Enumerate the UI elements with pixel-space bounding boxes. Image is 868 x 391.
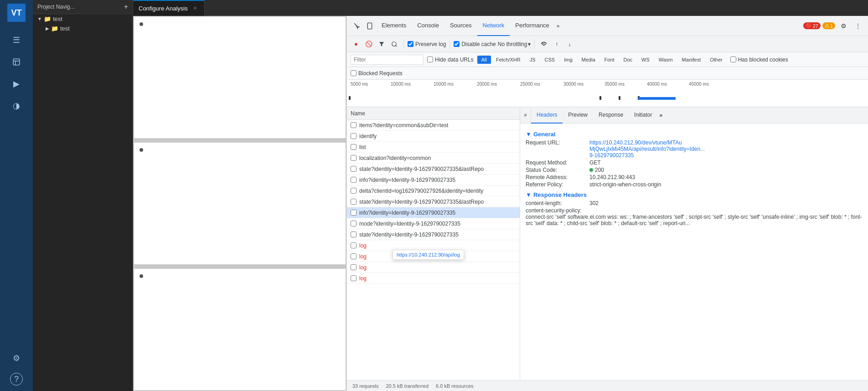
warnings-count: 1 xyxy=(830,23,833,29)
search-network-button[interactable] xyxy=(389,39,400,50)
request-checkbox-2[interactable] xyxy=(351,133,356,139)
request-checkbox-7[interactable] xyxy=(351,188,356,194)
tab-configure-analysis[interactable]: Configure Analysis × xyxy=(133,0,205,16)
warnings-badge[interactable]: ⚠ 1 xyxy=(822,22,835,29)
request-row-11[interactable]: state?identity=Identity-9-1629790027335 xyxy=(347,229,520,240)
more-tabs-button[interactable]: » xyxy=(555,23,562,29)
filter-media-button[interactable]: Media xyxy=(578,56,599,64)
filter-manifest-button[interactable]: Manifest xyxy=(678,56,705,64)
clear-button[interactable]: 🚫 xyxy=(363,39,374,50)
tab-network[interactable]: Network xyxy=(477,16,510,36)
request-checkbox-15[interactable] xyxy=(351,275,356,281)
devtools-settings-button[interactable]: ⚙ xyxy=(837,20,850,32)
request-checkbox-14[interactable] xyxy=(351,264,356,270)
detail-close-button[interactable]: × xyxy=(520,107,531,123)
filter-other-button[interactable]: Other xyxy=(706,56,727,64)
request-name-12: log xyxy=(359,242,516,249)
preserve-log-checkbox[interactable] xyxy=(408,41,413,47)
tree-item-test-root[interactable]: ▼ 📁 test xyxy=(33,14,133,24)
filter-fetchxhr-button[interactable]: Fetch/XHR xyxy=(492,56,525,64)
hide-data-urls-checkbox[interactable] xyxy=(427,57,433,62)
filter-img-button[interactable]: Img xyxy=(560,56,576,64)
filter-button[interactable] xyxy=(376,39,387,50)
tab-sources[interactable]: Sources xyxy=(444,16,477,36)
filter-ws-button[interactable]: WS xyxy=(637,56,654,64)
request-row-7[interactable]: delta?clientId=log1629790027926&identity… xyxy=(347,185,520,196)
menu-icon[interactable]: ☰ xyxy=(7,31,26,49)
has-blocked-cookies-checkbox[interactable] xyxy=(730,57,736,62)
request-row-8[interactable]: state?identity=Identity-9-1629790027335&… xyxy=(347,196,520,207)
tab-performance[interactable]: Performance xyxy=(510,16,554,36)
detail-tab-preview[interactable]: Preview xyxy=(563,107,593,123)
disable-cache-checkbox[interactable] xyxy=(454,41,460,47)
tab-close-button[interactable]: × xyxy=(191,5,199,12)
detail-more-button[interactable]: » xyxy=(657,112,664,118)
record-button[interactable]: ● xyxy=(351,39,362,50)
detail-tab-headers[interactable]: Headers xyxy=(531,107,563,123)
blocked-requests-label[interactable]: Blocked Requests xyxy=(351,70,403,77)
request-row-2[interactable]: identify xyxy=(347,131,520,142)
general-section-title[interactable]: ▼ General xyxy=(526,131,863,138)
disable-cache-checkbox-label[interactable]: Disable cache xyxy=(454,41,496,47)
document-icon[interactable] xyxy=(7,53,26,71)
detail-tab-initiator[interactable]: Initiator xyxy=(629,107,657,123)
device-toggle-button[interactable] xyxy=(363,20,376,32)
request-row-15[interactable]: log xyxy=(347,273,520,284)
inspect-element-button[interactable] xyxy=(351,20,363,32)
request-checkbox-8[interactable] xyxy=(351,199,356,205)
tab-console[interactable]: Console xyxy=(412,16,444,36)
request-row-4[interactable]: localization?identity=common xyxy=(347,153,520,164)
request-row-10[interactable]: mode?identity=Identity-9-1629790027335 xyxy=(347,218,520,229)
request-checkbox-13[interactable] xyxy=(351,253,356,259)
request-row-14[interactable]: log https://10.240.212.90/api/log xyxy=(347,262,520,273)
filter-input[interactable] xyxy=(351,55,424,65)
request-name-3: list xyxy=(359,144,516,150)
response-headers-section-title[interactable]: ▼ Response Headers xyxy=(526,191,863,198)
devtools-more-button[interactable]: ⋮ xyxy=(852,20,864,32)
request-row-5[interactable]: state?identity=Identity-9-1629790027335&… xyxy=(347,164,520,175)
csp-value: connect-src 'self' software.el.com wss: … xyxy=(526,214,863,226)
filter-all-button[interactable]: All xyxy=(477,56,491,64)
balance-icon[interactable]: ◑ xyxy=(7,97,26,115)
filter-wasm-button[interactable]: Wasm xyxy=(655,56,677,64)
wifi-icon[interactable] xyxy=(538,39,549,50)
request-row-1[interactable]: items?identity=common&subDir=test xyxy=(347,120,520,131)
request-checkbox-9[interactable] xyxy=(351,210,356,216)
blocked-requests-checkbox[interactable] xyxy=(351,70,356,76)
request-list-body[interactable]: items?identity=common&subDir=test identi… xyxy=(347,120,520,380)
hide-data-urls-label[interactable]: Hide data URLs xyxy=(427,57,474,63)
add-tab-button[interactable]: + xyxy=(124,3,128,11)
upload-icon[interactable]: ↑ xyxy=(551,39,562,50)
request-checkbox-5[interactable] xyxy=(351,166,356,172)
request-checkbox-11[interactable] xyxy=(351,232,356,237)
request-row-3[interactable]: list xyxy=(347,142,520,153)
download-icon[interactable]: ↓ xyxy=(564,39,575,50)
has-blocked-cookies-label[interactable]: Has blocked cookies xyxy=(730,57,788,63)
help-icon[interactable]: ? xyxy=(10,373,23,386)
preserve-log-checkbox-label[interactable]: Preserve log xyxy=(408,41,446,47)
detail-tab-response[interactable]: Response xyxy=(593,107,629,123)
filter-font-button[interactable]: Font xyxy=(600,56,619,64)
errors-badge[interactable]: 🔴 27 xyxy=(803,22,821,29)
request-checkbox-1[interactable] xyxy=(351,122,356,128)
tab-elements[interactable]: Elements xyxy=(376,16,412,36)
filter-js-button[interactable]: JS xyxy=(526,56,540,64)
request-row-6[interactable]: info?identity=Identity-9-1629790027335 xyxy=(347,175,520,185)
request-name-4: localization?identity=common xyxy=(359,155,516,161)
tree-item-label: test xyxy=(53,15,62,22)
play-icon[interactable]: ▶ xyxy=(7,75,26,93)
throttle-select[interactable]: No throttling ▾ xyxy=(498,41,531,47)
timeline-marker-mid xyxy=(599,96,601,100)
timeline-tick-5: 25000 ms xyxy=(520,82,540,87)
filter-doc-button[interactable]: Doc xyxy=(620,56,637,64)
request-checkbox-10[interactable] xyxy=(351,221,356,226)
request-checkbox-3[interactable] xyxy=(351,144,356,150)
request-row-9[interactable]: info?identity=Identity-9-1629790027335 xyxy=(347,207,520,218)
tree-item-test-child[interactable]: ▶ 📁 test xyxy=(33,24,133,33)
request-checkbox-4[interactable] xyxy=(351,155,356,161)
settings-icon[interactable]: ⚙ xyxy=(7,349,26,367)
request-checkbox-12[interactable] xyxy=(351,242,356,248)
filter-css-button[interactable]: CSS xyxy=(541,56,559,64)
timeline-tick-7: 35000 ms xyxy=(604,82,625,87)
request-checkbox-6[interactable] xyxy=(351,177,356,183)
